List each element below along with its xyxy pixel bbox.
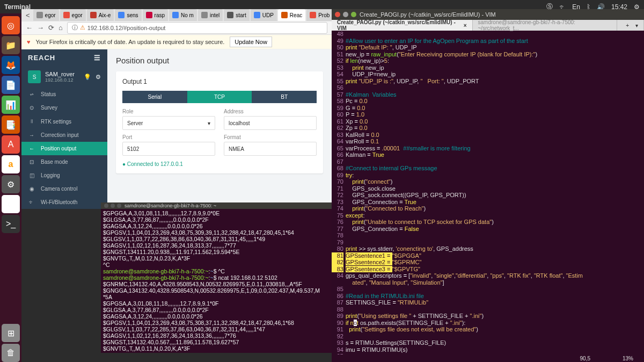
warning-text: Your Firefox is critically out of date. … [36,39,225,45]
reach-nav: ⩫Status⊙Survey⫴RTK settings→Correction i… [21,88,107,209]
sidebar-item-camera-control[interactable]: ◉Camera control [21,182,107,196]
sidebar-item-rtk-settings[interactable]: ⫴RTK settings [21,114,107,128]
browser-tab[interactable]: No m [169,9,197,21]
launcher-software[interactable]: A [2,135,20,154]
update-warning-bar: ♥ Your Firefox is critically out of date… [21,35,332,49]
port-input[interactable]: 5102 [122,142,215,156]
reload-button[interactable]: ⟳ [48,24,54,32]
firefox-tab-strip: < egoregorAix-esensraspNo mintelstartUDP… [21,9,332,21]
protocol-tabs: SerialTCPBT [122,91,317,103]
gear-icon[interactable]: ⚙ [96,74,101,81]
update-now-button[interactable]: Update Now [230,37,272,47]
launcher-chromium[interactable]: ◉ [2,195,20,213]
terminal-tabs: Create_PAOGI.py (~/catkin_ws/src/EmlidIM… [332,20,644,31]
browser-tab[interactable]: egor [60,9,86,21]
sidebar-item-survey[interactable]: ⊙Survey [21,101,107,114]
sidebar-item-correction-input[interactable]: →Correction input [21,128,107,142]
launcher-extra-1[interactable]: ⊞ [2,324,20,342]
reach-logo: REACH ☰ [21,49,107,66]
scroll-pct: 13% [623,356,633,361]
output-card: Output 1 SerialTCPBT Role Server▾ Addres… [116,71,323,173]
vim-terminal-window[interactable]: Create_PAOGI.py (~/catkin_ws/src/EmlidIM… [332,9,644,362]
home-button[interactable]: ⌂ [58,24,63,32]
back-button[interactable]: ← [26,24,33,32]
tab-tcp[interactable]: TCP [187,91,252,103]
card-title: Output 1 [122,78,317,85]
browser-tab[interactable]: rasp [143,9,168,21]
lightbulb-icon[interactable]: 💡 [84,74,91,81]
terminal-tab[interactable]: samdrone@samdrone-gb-bki7-h-a-7500: ~/sr… [473,20,618,31]
device-avatar: S [28,70,41,83]
vim-window-title: Create_PAOGI.py (~/catkin_ws/src/EmlidIM… [360,11,496,18]
browser-tab[interactable]: Prob [306,9,332,21]
browser-tab[interactable]: Reac [278,9,305,21]
role-label: Role [122,108,215,114]
device-name: SAM_rover [45,71,79,77]
minimize-icon[interactable] [343,12,348,17]
site-info-icon[interactable]: ⓘ [72,24,78,32]
connection-status: ● Connected to 127.0.0.1 [122,161,317,167]
address-label: Address [224,108,317,114]
heart-icon: ♥ [27,39,31,45]
reach-sidebar: REACH ☰ S SAM_rover 192.168.0.12 💡 ⚙ ⩫St… [21,49,107,209]
reach-app: REACH ☰ S SAM_rover 192.168.0.12 💡 ⚙ ⩫St… [21,49,332,209]
vim-buffer[interactable]: 48 49#Allow user to enter an IP for the … [332,31,644,362]
sidebar-item-position-output[interactable]: ←Position output [21,142,107,155]
launcher-calc[interactable]: 📊 [2,96,20,114]
ubuntu-launcher: ◎ 📁 🦊 📄 📊 📑 A a ⚙ ◉ >_ ⊞ 🗑 [0,13,21,362]
role-select[interactable]: Server▾ [122,116,215,130]
url-bar[interactable]: ⓘ ⚠ 192.168.0.12/#position-output [67,22,327,34]
browser-tab[interactable]: Aix-e [87,9,114,21]
launcher-impress[interactable]: 📑 [2,115,20,134]
terminal-titlebar: samdrone@samdrone-gb-bki7-h-a-7500: ~ [101,202,332,209]
minimize-icon[interactable] [111,204,115,208]
launcher-amazon[interactable]: a [2,155,20,173]
menu-icon[interactable]: ☰ [94,54,101,62]
format-select[interactable]: NMEA [224,142,317,156]
close-icon[interactable]: × [464,23,467,28]
maximize-icon[interactable] [117,204,121,208]
format-label: Format [224,134,317,140]
terminal-tab[interactable]: Create_PAOGI.py (~/catkin_ws/src/EmlidIM… [332,20,473,31]
tab-bt[interactable]: BT [252,91,317,103]
url-text: 192.168.0.12/#position-output [87,25,166,31]
reach-device-header: S SAM_rover 192.168.0.12 💡 ⚙ [21,66,107,88]
gnome-terminal-window[interactable]: samdrone@samdrone-gb-bki7-h-a-7500: ~ $G… [101,202,332,353]
launcher-writer[interactable]: 📄 [2,76,20,94]
vim-titlebar: Create_PAOGI.py (~/catkin_ws/src/EmlidIM… [332,9,644,20]
page-title: Position output [116,56,323,65]
firefox-window: < egoregorAix-esensraspNo mintelstartUDP… [21,9,332,209]
sidebar-item-status[interactable]: ⩫Status [21,88,107,101]
back-tab-chevron[interactable]: < [24,11,32,19]
sidebar-item-wi-fi-bluetooth[interactable]: ᯤWi-Fi/Bluetooth [21,196,107,209]
firefox-toolbar: ← → ⟳ ⌂ ⓘ ⚠ 192.168.0.12/#position-outpu… [21,21,332,35]
browser-tab[interactable]: start [224,9,249,21]
tab-serial[interactable]: Serial [122,91,187,103]
browser-tab[interactable]: sens [115,9,141,21]
new-tab-button[interactable]: + [623,23,632,28]
sidebar-item-logging[interactable]: ◫Logging [21,169,107,182]
cursor-pos: 90,5 [580,356,590,361]
browser-tab[interactable]: egor [33,9,59,21]
device-ip: 192.168.0.12 [45,77,79,83]
launcher-terminal[interactable]: >_ [2,215,20,233]
maximize-icon[interactable] [351,12,356,17]
close-icon[interactable] [104,204,108,208]
address-input[interactable]: localhost [224,116,317,130]
chevron-down-icon: ▾ [208,120,210,126]
launcher-ubuntu[interactable]: ◎ [2,16,20,34]
terminal-title: samdrone@samdrone-gb-bki7-h-a-7500: ~ [125,203,216,208]
reach-main: Position output Output 1 SerialTCPBT Rol… [107,49,332,209]
sidebar-item-base-mode[interactable]: ⊡Base mode [21,155,107,169]
launcher-trash[interactable]: 🗑 [2,344,20,362]
launcher-settings[interactable]: ⚙ [2,175,20,193]
launcher-firefox[interactable]: 🦊 [2,56,20,74]
forward-button[interactable]: → [37,24,44,32]
browser-tab[interactable]: UDP [251,9,277,21]
tab-menu-icon[interactable]: ▾ [635,23,638,28]
launcher-files[interactable]: 📁 [2,36,20,54]
hazard-icon: ⚠ [80,24,85,31]
browser-tab[interactable]: intel [198,9,223,21]
terminal-content[interactable]: $GPGGA,A,3,01,08,11,18,,,,,,,,12.7,8.9,9… [101,209,332,353]
close-icon[interactable] [335,12,340,17]
